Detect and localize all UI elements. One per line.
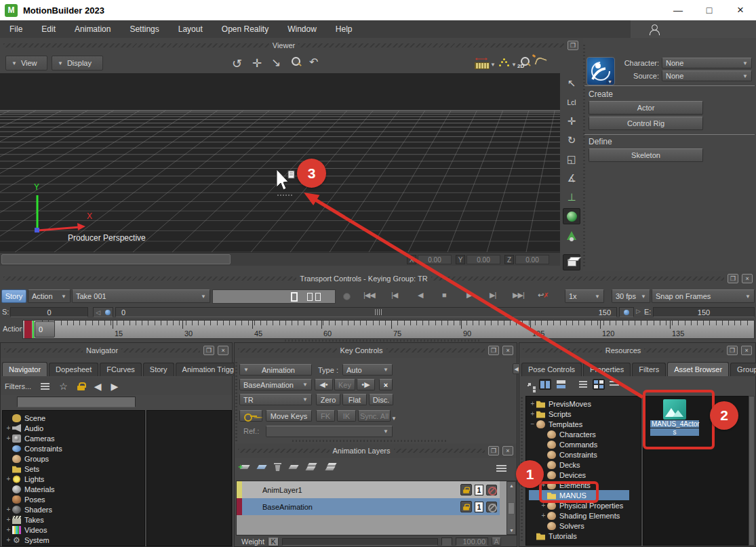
end-frame-field[interactable]: 150 — [653, 307, 755, 317]
timeline-ruler[interactable]: 0 15 30 45 60 75 90 105 120 135 — [22, 320, 755, 339]
dock-icon[interactable]: ❐ — [203, 346, 214, 355]
dock-icon[interactable]: ❐ — [488, 346, 499, 355]
fps-dropdown[interactable]: 30 fps▼ — [612, 289, 650, 303]
actor-button[interactable]: Actor — [589, 101, 703, 115]
scrollbar-thumb[interactable] — [1, 254, 231, 264]
set-key-button[interactable]: Key — [334, 379, 355, 390]
action-mode-dropdown[interactable]: Action▼ — [28, 289, 71, 303]
channel-dropdown[interactable]: TR▼ — [239, 394, 312, 405]
chevron-down-icon[interactable]: ▼ — [391, 416, 397, 422]
tab-properties[interactable]: Properties — [583, 363, 631, 376]
dock-icon[interactable]: ❐ — [728, 274, 738, 283]
horizontal-split-icon[interactable] — [555, 379, 567, 390]
scroll-down-icon[interactable]: ▼ — [509, 528, 514, 533]
key-mode-button[interactable] — [239, 410, 262, 422]
drag-hatch[interactable] — [431, 277, 724, 281]
thumbnail-view-icon[interactable] — [593, 379, 605, 390]
playback-speed-dropdown[interactable]: 1x▼ — [565, 289, 604, 303]
skeleton-button[interactable]: Skeleton — [589, 148, 703, 162]
timeline-grip[interactable] — [375, 309, 382, 315]
mute-layer-icon[interactable] — [486, 502, 497, 512]
menu-open-reality[interactable]: Open Reality — [212, 24, 278, 34]
merge-layers-icon[interactable]: ▼ — [289, 463, 298, 471]
playhead-handle[interactable]: 0 — [35, 321, 55, 338]
next-key-button[interactable]: ▶| — [490, 291, 496, 300]
tree-item[interactable]: +Shaders — [5, 504, 144, 514]
delete-key-button[interactable]: × — [379, 379, 393, 390]
go-to-end-button[interactable]: ▶▶| — [513, 291, 524, 300]
search-input[interactable] — [17, 397, 136, 407]
3d-viewport[interactable]: Y X Producer Perspective — [0, 73, 560, 252]
tree-item[interactable]: +⚙System — [5, 535, 144, 545]
current-frame-field[interactable]: 0 150 — [115, 307, 617, 317]
tree-item[interactable]: +Takes — [5, 514, 144, 525]
display-menu-button[interactable]: ▼ Display — [52, 56, 103, 70]
layers-scrollbar[interactable]: ▲ ▼ — [506, 481, 516, 535]
ref-dropdown[interactable]: ▼ — [266, 426, 393, 437]
flat-button[interactable]: Flat — [342, 394, 367, 405]
tree-item[interactable]: Constraints — [529, 449, 641, 460]
move-keys-button[interactable]: Move Keys — [266, 410, 312, 422]
panel-drag-handle[interactable] — [235, 362, 237, 450]
tree-item[interactable]: +Shading Elements — [529, 510, 641, 521]
tree-item[interactable]: +Videos — [5, 525, 144, 535]
list-view-icon[interactable] — [577, 379, 589, 390]
tree-item[interactable]: Decks — [529, 460, 641, 470]
tab-asset-browser[interactable]: Asset Browser — [667, 362, 729, 376]
tree-item[interactable]: Devices — [529, 470, 641, 480]
menu-animation[interactable]: Animation — [65, 24, 120, 34]
disc-button[interactable]: Disc. — [369, 394, 393, 405]
drag-hatch[interactable] — [523, 348, 602, 352]
tree-item[interactable]: +Cameras — [5, 433, 144, 443]
start-frame-field[interactable]: 0 — [10, 307, 88, 317]
panel-drag-handle[interactable] — [583, 45, 585, 268]
tab-pose-controls[interactable]: Pose Controls — [521, 363, 582, 376]
tree-item[interactable]: Scene — [5, 413, 144, 423]
primitive-cube-icon[interactable] — [563, 254, 580, 270]
spinner-right-icon[interactable]: ▷ — [636, 308, 641, 315]
drag-hatch[interactable] — [386, 348, 485, 352]
lock-icon[interactable] — [460, 501, 472, 512]
pivot-tool-icon[interactable]: ⊥ — [563, 189, 580, 205]
duplicate-layers-icon[interactable] — [306, 462, 318, 472]
scale-tool-icon[interactable]: ◱ — [563, 151, 580, 167]
drag-hatch[interactable] — [298, 43, 564, 47]
split-view-icon[interactable] — [539, 379, 551, 390]
view-menu-button[interactable]: ▼ View — [5, 56, 47, 70]
viewport-scrollbar[interactable]: X 0.00 Y 0.00 Z 0.00 — [0, 252, 560, 266]
animation-menu-button[interactable]: ▼ Animation — [239, 364, 312, 376]
spinner-left-icon[interactable]: ◁ — [96, 309, 100, 316]
dock-icon[interactable]: ❐ — [727, 346, 738, 355]
forward-arrow-icon[interactable]: ▶ — [111, 381, 118, 392]
layer-count-badge[interactable]: 1 — [475, 502, 483, 512]
source-dropdown[interactable]: None▼ — [662, 70, 752, 81]
drag-hatch[interactable] — [394, 449, 485, 453]
unlock-icon[interactable] — [77, 382, 85, 390]
layer-brush-icon[interactable] — [257, 463, 266, 471]
chevron-down-icon[interactable]: ▼ — [511, 62, 517, 68]
drag-hatch[interactable] — [3, 277, 296, 281]
menu-window[interactable]: Window — [278, 24, 326, 34]
drag-hatch[interactable] — [121, 348, 200, 352]
resources-scrollbar[interactable] — [749, 396, 755, 546]
tree-item[interactable]: +Scripts — [529, 409, 641, 419]
drag-hatch[interactable] — [3, 43, 269, 47]
drag-hatch[interactable] — [4, 348, 83, 352]
dock-icon[interactable]: ❐ — [488, 446, 499, 455]
zero-button[interactable]: Zero — [316, 394, 340, 405]
tab-dopesheet[interactable]: Dopesheet — [49, 363, 98, 376]
tree-item[interactable]: Poses — [5, 494, 144, 504]
dock-icon[interactable]: ❐ — [568, 41, 578, 50]
maximize-button[interactable]: □ — [694, 0, 725, 20]
menu-help[interactable]: Help — [326, 24, 362, 34]
light-creation-icon[interactable] — [563, 227, 580, 243]
mute-layer-icon[interactable] — [486, 485, 497, 495]
close-icon[interactable]: × — [218, 346, 228, 355]
tree-item[interactable]: Commands — [529, 439, 641, 449]
close-icon[interactable]: × — [502, 446, 513, 455]
tree-item[interactable]: Groups — [5, 453, 144, 464]
loop-toggle-icon[interactable]: ↩✗ — [538, 291, 549, 300]
fk-button[interactable]: FK — [316, 410, 335, 422]
pan-camera-icon[interactable]: ✛ — [252, 56, 262, 70]
character-icon[interactable]: ▼ — [586, 57, 615, 85]
